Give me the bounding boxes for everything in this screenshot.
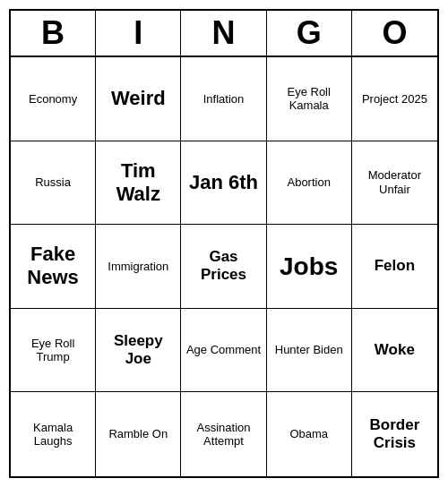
bingo-cell[interactable]: Project 2025 <box>352 57 437 141</box>
bingo-cell[interactable]: Assination Attempt <box>181 392 266 476</box>
bingo-cell[interactable]: Felon <box>352 225 437 309</box>
header-letter: B <box>11 11 96 56</box>
bingo-cell[interactable]: Woke <box>352 309 437 393</box>
bingo-cell[interactable]: Border Crisis <box>352 392 437 476</box>
header-letter: G <box>267 11 352 56</box>
bingo-cell[interactable]: Jobs <box>267 225 352 309</box>
bingo-cell[interactable]: Moderator Unfair <box>352 141 437 226</box>
header-letter: O <box>352 11 437 56</box>
bingo-cell[interactable]: Weird <box>96 57 181 141</box>
bingo-card: BINGO EconomyWeirdInflationEye Roll Kama… <box>9 9 439 478</box>
bingo-cell[interactable]: Gas Prices <box>181 225 266 309</box>
bingo-cell[interactable]: Hunter Biden <box>267 309 352 393</box>
bingo-cell[interactable]: Sleepy Joe <box>96 309 181 393</box>
bingo-grid: EconomyWeirdInflationEye Roll KamalaProj… <box>11 57 437 476</box>
bingo-cell[interactable]: Jan 6th <box>181 141 266 226</box>
bingo-cell[interactable]: Immigration <box>96 225 181 309</box>
bingo-cell[interactable]: Abortion <box>267 141 352 226</box>
bingo-cell[interactable]: Russia <box>11 141 96 226</box>
bingo-cell[interactable]: Age Comment <box>181 309 266 393</box>
bingo-cell[interactable]: Tim Walz <box>96 141 181 226</box>
bingo-cell[interactable]: Eye Roll Kamala <box>267 57 352 141</box>
bingo-cell[interactable]: Ramble On <box>96 392 181 476</box>
header-letter: N <box>181 11 266 56</box>
bingo-cell[interactable]: Inflation <box>181 57 266 141</box>
bingo-cell[interactable]: Obama <box>267 392 352 476</box>
header-letter: I <box>96 11 181 56</box>
bingo-header: BINGO <box>11 11 437 57</box>
bingo-cell[interactable]: Kamala Laughs <box>11 392 96 476</box>
bingo-cell[interactable]: Eye Roll Trump <box>11 309 96 393</box>
bingo-cell[interactable]: Economy <box>11 57 96 141</box>
bingo-cell[interactable]: Fake News <box>11 225 96 309</box>
